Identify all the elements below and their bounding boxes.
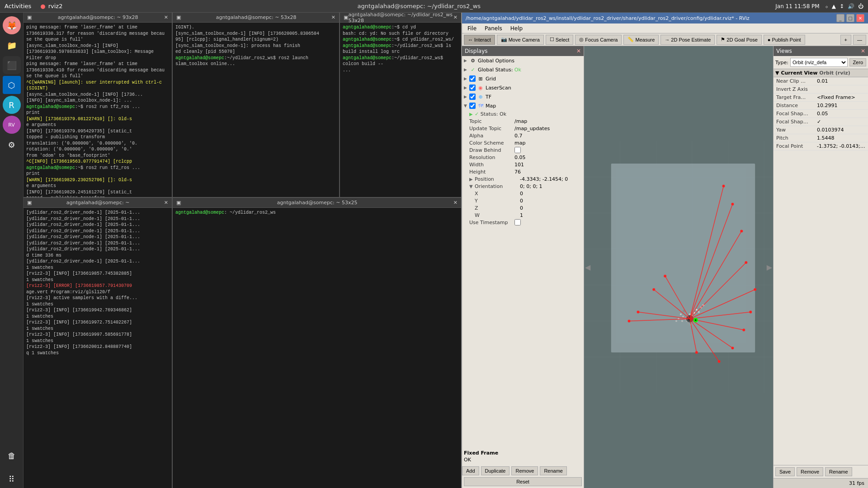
tf-checkbox[interactable] xyxy=(469,94,476,100)
yaw-value[interactable]: 0.0103974 xyxy=(817,127,865,133)
measure-icon: 📏 xyxy=(627,37,634,42)
grid-checkbox[interactable] xyxy=(469,75,476,82)
display-item-grid[interactable]: ▶ ⊞ Grid xyxy=(462,74,584,83)
app-icon-ros[interactable]: R xyxy=(3,96,21,114)
display-item-global-status[interactable]: ▶ ✓ Global Status: Ok xyxy=(462,65,584,74)
display-label-grid: Grid xyxy=(486,76,582,82)
map-update-topic-row: Update Topic /map_updates xyxy=(462,125,584,132)
map-topic-label: Topic xyxy=(469,118,514,124)
add-display-button[interactable]: Add xyxy=(462,466,479,475)
svg-point-50 xyxy=(745,261,747,264)
app-icon-grid[interactable]: ⠿ xyxy=(3,470,21,488)
duplicate-display-button[interactable]: Duplicate xyxy=(481,466,510,475)
view-yaw-row: Yaw 0.0103974 xyxy=(774,126,868,134)
focal-point-value[interactable]: -1.3752; -0.0143;… xyxy=(817,143,865,149)
display-item-map[interactable]: ▼ 🗺 Map xyxy=(462,101,584,110)
scroll-right-arrow[interactable]: ▶ xyxy=(767,263,772,272)
map-checkbox[interactable] xyxy=(469,103,476,109)
measure-button[interactable]: 📏 Measure xyxy=(623,35,659,45)
map-draw-behind-checkbox[interactable] xyxy=(514,147,521,153)
interact-icon: ↔ xyxy=(468,37,473,42)
pitch-value[interactable]: 1.5448 xyxy=(817,135,865,141)
map-orient-z-row: Z 0 xyxy=(462,204,584,211)
focal-shape1-value[interactable]: 0.05 xyxy=(817,111,865,117)
map-resolution-row: Resolution 0.05 xyxy=(462,154,584,161)
minimize-button[interactable]: _ xyxy=(836,14,844,22)
interact-button[interactable]: ↔ Interact xyxy=(464,35,495,45)
app-icon-rviz[interactable]: RV xyxy=(3,116,21,134)
laserscan-checkbox[interactable] xyxy=(469,84,476,91)
svg-rect-13 xyxy=(616,168,746,343)
views-close-button[interactable]: ✕ xyxy=(861,48,865,54)
map-width-label: Width xyxy=(469,162,514,168)
reset-button[interactable]: Reset xyxy=(464,477,582,486)
view-invert-z-row: Invert Z Axis xyxy=(774,85,868,94)
map-color-value[interactable]: map xyxy=(514,140,582,146)
2d-pose-button[interactable]: → 2D Pose Estimate xyxy=(660,35,715,45)
menu-panels[interactable]: Panels xyxy=(481,24,506,33)
current-view-section[interactable]: ▼ Current View Orbit (rviz) xyxy=(774,69,868,77)
near-clip-value[interactable]: 0.01 xyxy=(817,78,865,84)
display-item-laserscan[interactable]: ▶ ◉ LaserScan xyxy=(462,83,584,92)
app-icon-terminal[interactable]: ⬛ xyxy=(3,56,21,74)
scroll-left-arrow[interactable]: ◀ xyxy=(585,263,590,272)
menu-file[interactable]: File xyxy=(464,24,480,33)
map-topic-value[interactable]: /map xyxy=(514,118,582,124)
terminal-1-close[interactable]: ✕ xyxy=(164,14,168,20)
activities-label[interactable]: Activities xyxy=(5,3,31,9)
zoom-plus-button[interactable]: + xyxy=(840,35,851,45)
focus-camera-button[interactable]: ◎ Focus Camera xyxy=(575,35,622,45)
distance-value[interactable]: 10.2991 xyxy=(817,103,865,108)
publish-point-button[interactable]: ● Publish Point xyxy=(764,35,805,45)
display-item-tf[interactable]: ▶ ⊕ TF xyxy=(462,92,584,101)
app-icon-files[interactable]: 📁 xyxy=(3,36,21,54)
app-icon-firefox[interactable]: 🦊 xyxy=(3,16,21,34)
fixed-frame-label: Fixed Frame xyxy=(464,450,582,456)
zoom-minus-button[interactable]: — xyxy=(853,35,866,45)
map-alpha-value[interactable]: 0.7 xyxy=(514,133,582,139)
select-button[interactable]: ☐ Select xyxy=(546,35,574,45)
displays-header-label: Displays xyxy=(465,48,487,54)
displays-close-icon[interactable]: ✕ xyxy=(576,48,581,54)
rename-view-button[interactable]: Rename xyxy=(825,467,852,476)
map-orientation-value: 0; 0; 0; 1 xyxy=(520,183,582,189)
expand-arrow-grid: ▶ xyxy=(464,76,469,81)
map-use-timestamp-checkbox[interactable] xyxy=(514,219,521,225)
remove-display-button[interactable]: Remove xyxy=(511,466,538,475)
target-frame-value[interactable]: <Fixed Frame> xyxy=(817,94,865,100)
terminal-4-close[interactable]: ✕ xyxy=(164,200,168,206)
terminal-5-close[interactable]: ✕ xyxy=(453,200,458,206)
svg-point-49 xyxy=(740,230,743,232)
select-icon: ☐ xyxy=(550,37,554,42)
rename-display-button[interactable]: Rename xyxy=(540,466,567,475)
terminal-3-close[interactable]: ✕ xyxy=(453,14,458,20)
app-icon-vscode[interactable]: ⬡ xyxy=(3,76,21,94)
fixed-frame-value[interactable]: OK xyxy=(464,457,582,463)
map-icon: 🗺 xyxy=(477,102,484,109)
display-item-global-options[interactable]: ▶ ⚙ Global Options xyxy=(462,56,584,65)
remove-view-button[interactable]: Remove xyxy=(797,467,823,476)
app-icon-settings[interactable]: ⚙ xyxy=(3,136,21,154)
map-position-row: ▶ Position -4.3343; -2.1454; 0 xyxy=(462,175,584,183)
goal-marker-center xyxy=(695,319,697,321)
app-icon-trash[interactable]: 🗑 xyxy=(3,446,21,465)
move-camera-button[interactable]: 📷 Move Camera xyxy=(497,35,544,45)
zero-button[interactable]: Zero xyxy=(849,58,866,66)
2d-goal-button[interactable]: ⚑ 2D Goal Pose xyxy=(717,35,761,45)
close-button[interactable]: ✕ xyxy=(856,14,864,22)
views-type-select[interactable]: Orbit (rviz_defa xyxy=(790,58,848,67)
svg-point-24 xyxy=(688,322,689,324)
terminal-2-close[interactable]: ✕ xyxy=(331,14,335,20)
maximize-button[interactable]: □ xyxy=(846,14,854,22)
map-topic-row: Topic /map xyxy=(462,117,584,125)
pitch-label: Pitch xyxy=(776,135,817,141)
map-update-topic-value[interactable]: /map_updates xyxy=(514,126,582,131)
save-view-button[interactable]: Save xyxy=(775,467,795,476)
expand-arrow-map-orientation: ▼ xyxy=(469,184,475,189)
camera-icon: 📷 xyxy=(501,37,507,42)
view-focal-shape2-row: Focal Shap… ✓ xyxy=(774,118,868,126)
menu-help[interactable]: Help xyxy=(507,24,526,33)
svg-point-51 xyxy=(754,288,756,291)
view-focal-shape1-row: Focal Shap… 0.05 xyxy=(774,110,868,118)
current-view-expand-icon: ▼ xyxy=(775,70,779,76)
